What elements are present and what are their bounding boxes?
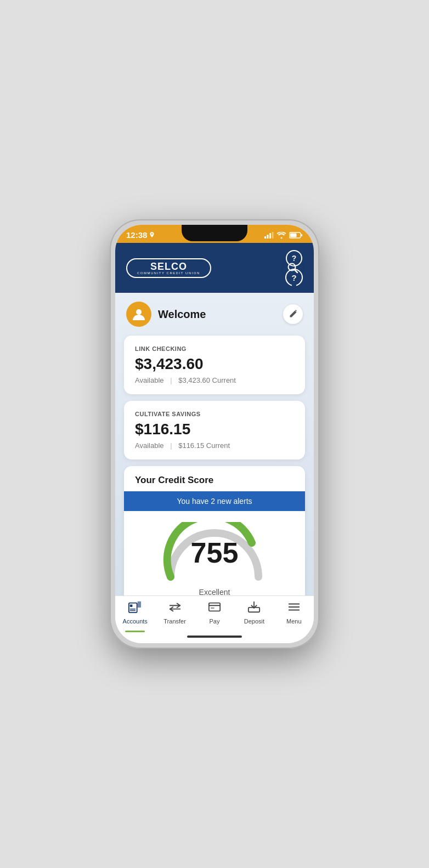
- user-icon: [132, 307, 146, 321]
- account-label-checking: LINK CHECKING: [135, 345, 294, 352]
- main-content: Welcome LINK CHECKING $3,423.60 Availabl…: [115, 293, 314, 595]
- svg-point-10: [136, 309, 142, 315]
- app-header: SELCO COMMUNITY CREDIT UNION ? ?: [115, 243, 314, 293]
- nav-item-menu[interactable]: Menu: [278, 600, 311, 625]
- nav-item-pay[interactable]: Pay: [198, 600, 231, 625]
- nav-label-menu: Menu: [286, 618, 302, 625]
- svg-rect-5: [301, 234, 302, 236]
- nav-item-transfer[interactable]: Transfer: [159, 600, 191, 625]
- account-balance-checking: $3,423.60: [135, 355, 294, 373]
- svg-rect-16: [209, 603, 220, 611]
- logo-oval: SELCO COMMUNITY CREDIT UNION: [126, 258, 211, 278]
- nav-label-transfer: Transfer: [163, 618, 186, 625]
- credit-score-card: Your Credit Score You have 2 new alerts …: [124, 466, 305, 595]
- transfer-icon: [168, 600, 182, 616]
- accounts-icon: [128, 600, 142, 616]
- wifi-icon: [277, 232, 286, 239]
- menu-icon: [287, 600, 301, 616]
- account-details-savings: Available | $116.15 Current: [135, 441, 294, 450]
- credit-score-title: Your Credit Score: [124, 466, 305, 491]
- app-logo: SELCO COMMUNITY CREDIT UNION: [126, 258, 211, 278]
- account-balance-savings: $116.15: [135, 421, 294, 438]
- account-card-savings[interactable]: CULTIVATE SAVINGS $116.15 Available | $1…: [124, 401, 305, 459]
- svg-rect-11: [129, 603, 137, 613]
- account-card-checking[interactable]: LINK CHECKING $3,423.60 Available | $3,4…: [124, 336, 305, 394]
- svg-rect-0: [264, 236, 266, 239]
- score-rating: Excellent: [199, 588, 230, 595]
- account-label-savings: CULTIVATE SAVINGS: [135, 411, 294, 417]
- welcome-section: Welcome: [115, 293, 314, 333]
- nav-item-deposit[interactable]: Deposit: [238, 600, 270, 625]
- active-indicator: [125, 631, 145, 632]
- home-indicator: [187, 636, 242, 638]
- accounts-container: LINK CHECKING $3,423.60 Available | $3,4…: [115, 333, 314, 595]
- credit-score-visual: 755 Excellent ↑ 6 point increase: [124, 511, 305, 595]
- svg-rect-12: [130, 604, 133, 607]
- battery-icon: [289, 232, 303, 239]
- edit-button[interactable]: [283, 304, 303, 324]
- signal-icon: [264, 232, 274, 239]
- avatar: [126, 302, 151, 327]
- current-amount: $3,423.60 Current: [178, 376, 236, 384]
- nav-label-accounts: Accounts: [123, 618, 148, 625]
- logo-sub: COMMUNITY CREDIT UNION: [137, 271, 200, 275]
- nav-item-accounts[interactable]: Accounts: [118, 600, 151, 625]
- nav-label-deposit: Deposit: [244, 618, 264, 625]
- pencil-icon: [289, 310, 297, 319]
- available-label: Available: [135, 376, 164, 384]
- alert-banner: You have 2 new alerts: [124, 491, 305, 511]
- gauge-container: 755: [160, 522, 269, 582]
- current-amount-2: $116.15 Current: [178, 441, 230, 450]
- svg-rect-1: [267, 235, 269, 239]
- home-bar: [115, 632, 314, 643]
- bottom-nav: Accounts Transfer: [115, 595, 314, 632]
- pay-icon: [208, 600, 221, 616]
- available-label-2: Available: [135, 441, 164, 450]
- logo-name: SELCO: [137, 262, 200, 271]
- phone-screen: 12:38: [115, 225, 314, 643]
- nav-label-pay: Pay: [209, 618, 219, 625]
- phone-frame: 12:38: [110, 219, 319, 649]
- svg-rect-3: [272, 232, 274, 239]
- notch: [182, 225, 247, 241]
- time-display: 12:38: [126, 230, 147, 240]
- account-details-checking: Available | $3,423.60 Current: [135, 376, 294, 384]
- svg-rect-6: [290, 233, 297, 237]
- deposit-icon: [247, 600, 261, 616]
- status-icons: [264, 232, 303, 239]
- svg-rect-15: [138, 602, 141, 608]
- location-icon: [149, 232, 155, 239]
- svg-rect-2: [269, 233, 271, 239]
- welcome-text: Welcome: [158, 308, 206, 321]
- score-number: 755: [191, 538, 239, 567]
- status-time: 12:38: [126, 230, 155, 240]
